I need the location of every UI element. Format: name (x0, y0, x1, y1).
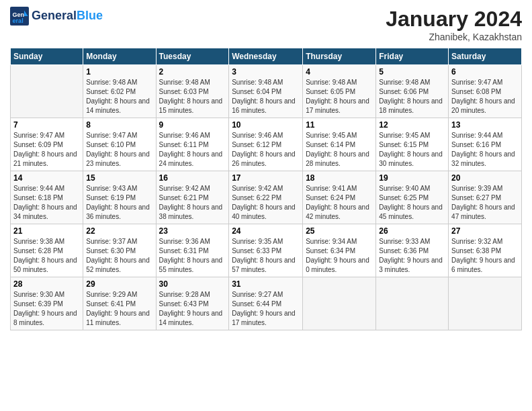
day-info: Sunrise: 9:48 AMSunset: 6:04 PMDaylight:… (232, 78, 300, 116)
calendar-cell: 6Sunrise: 9:47 AMSunset: 6:08 PMDaylight… (449, 65, 522, 118)
day-info: Sunrise: 9:47 AMSunset: 6:09 PMDaylight:… (13, 131, 80, 169)
calendar-cell: 1Sunrise: 9:48 AMSunset: 6:02 PMDaylight… (83, 65, 156, 118)
calendar-cell: 5Sunrise: 9:48 AMSunset: 6:06 PMDaylight… (376, 65, 449, 118)
logo-blue: Blue (77, 9, 103, 22)
calendar-cell: 28Sunrise: 9:30 AMSunset: 6:39 PMDayligh… (11, 277, 83, 330)
day-info: Sunrise: 9:35 AMSunset: 6:33 PMDaylight:… (232, 237, 300, 275)
calendar-cell (376, 277, 449, 330)
calendar-week-4: 28Sunrise: 9:30 AMSunset: 6:39 PMDayligh… (11, 277, 522, 330)
calendar-cell: 8Sunrise: 9:47 AMSunset: 6:10 PMDaylight… (83, 118, 156, 171)
day-info: Sunrise: 9:29 AMSunset: 6:41 PMDaylight:… (86, 290, 152, 328)
calendar-cell: 15Sunrise: 9:43 AMSunset: 6:19 PMDayligh… (83, 171, 156, 224)
day-number: 3 (232, 67, 300, 77)
day-info: Sunrise: 9:44 AMSunset: 6:18 PMDaylight:… (13, 184, 80, 222)
calendar-cell: 17Sunrise: 9:42 AMSunset: 6:22 PMDayligh… (229, 171, 303, 224)
day-info: Sunrise: 9:33 AMSunset: 6:36 PMDaylight:… (379, 237, 445, 275)
calendar-cell: 2Sunrise: 9:48 AMSunset: 6:03 PMDaylight… (156, 65, 229, 118)
calendar-cell: 31Sunrise: 9:27 AMSunset: 6:44 PMDayligh… (229, 277, 303, 330)
header-monday: Monday (83, 48, 156, 65)
day-number: 29 (86, 279, 152, 289)
calendar-cell: 11Sunrise: 9:45 AMSunset: 6:14 PMDayligh… (303, 118, 376, 171)
calendar-week-1: 7Sunrise: 9:47 AMSunset: 6:09 PMDaylight… (11, 118, 522, 171)
month-year: January 2024 (386, 7, 522, 32)
day-info: Sunrise: 9:32 AMSunset: 6:38 PMDaylight:… (451, 237, 519, 275)
day-number: 30 (159, 279, 226, 289)
day-info: Sunrise: 9:28 AMSunset: 6:43 PMDaylight:… (159, 290, 226, 328)
day-info: Sunrise: 9:48 AMSunset: 6:05 PMDaylight:… (306, 78, 373, 116)
day-number: 7 (13, 120, 80, 130)
day-number: 26 (379, 226, 445, 236)
day-number: 28 (13, 279, 80, 289)
day-info: Sunrise: 9:42 AMSunset: 6:21 PMDaylight:… (159, 184, 226, 222)
day-number: 13 (451, 120, 519, 130)
calendar-body: 1Sunrise: 9:48 AMSunset: 6:02 PMDaylight… (11, 65, 522, 330)
day-number: 24 (232, 226, 300, 236)
day-number: 21 (13, 226, 80, 236)
logo: Gen eral GeneralBlue (10, 7, 103, 26)
day-number: 11 (306, 120, 373, 130)
calendar-cell: 4Sunrise: 9:48 AMSunset: 6:05 PMDaylight… (303, 65, 376, 118)
header-sunday: Sunday (11, 48, 83, 65)
day-info: Sunrise: 9:34 AMSunset: 6:34 PMDaylight:… (306, 237, 373, 275)
header-tuesday: Tuesday (156, 48, 229, 65)
day-number: 16 (159, 173, 226, 183)
day-info: Sunrise: 9:48 AMSunset: 6:06 PMDaylight:… (379, 78, 445, 116)
calendar-cell: 30Sunrise: 9:28 AMSunset: 6:43 PMDayligh… (156, 277, 229, 330)
day-info: Sunrise: 9:46 AMSunset: 6:11 PMDaylight:… (159, 131, 226, 169)
day-info: Sunrise: 9:38 AMSunset: 6:28 PMDaylight:… (13, 237, 80, 275)
calendar-cell: 16Sunrise: 9:42 AMSunset: 6:21 PMDayligh… (156, 171, 229, 224)
header-thursday: Thursday (303, 48, 376, 65)
header-saturday: Saturday (449, 48, 522, 65)
page-header: Gen eral GeneralBlue January 2024 Zhanib… (10, 7, 522, 42)
day-number: 12 (379, 120, 445, 130)
calendar-header-row: Sunday Monday Tuesday Wednesday Thursday… (11, 48, 522, 65)
calendar-cell (449, 277, 522, 330)
day-number: 17 (232, 173, 300, 183)
day-number: 20 (451, 173, 519, 183)
day-number: 25 (306, 226, 373, 236)
day-info: Sunrise: 9:48 AMSunset: 6:03 PMDaylight:… (159, 78, 226, 116)
calendar-cell: 24Sunrise: 9:35 AMSunset: 6:33 PMDayligh… (229, 224, 303, 277)
day-number: 6 (451, 67, 519, 77)
day-number: 15 (86, 173, 152, 183)
calendar-cell: 18Sunrise: 9:41 AMSunset: 6:24 PMDayligh… (303, 171, 376, 224)
day-number: 10 (232, 120, 300, 130)
day-number: 9 (159, 120, 226, 130)
day-number: 22 (86, 226, 152, 236)
day-info: Sunrise: 9:37 AMSunset: 6:30 PMDaylight:… (86, 237, 152, 275)
day-info: Sunrise: 9:27 AMSunset: 6:44 PMDaylight:… (232, 290, 300, 328)
day-info: Sunrise: 9:48 AMSunset: 6:02 PMDaylight:… (86, 78, 152, 116)
day-info: Sunrise: 9:41 AMSunset: 6:24 PMDaylight:… (306, 184, 373, 222)
day-number: 1 (86, 67, 152, 77)
calendar-cell: 12Sunrise: 9:45 AMSunset: 6:15 PMDayligh… (376, 118, 449, 171)
day-info: Sunrise: 9:47 AMSunset: 6:08 PMDaylight:… (451, 78, 519, 116)
calendar-cell: 10Sunrise: 9:46 AMSunset: 6:12 PMDayligh… (229, 118, 303, 171)
calendar-cell (11, 65, 83, 118)
calendar-week-3: 21Sunrise: 9:38 AMSunset: 6:28 PMDayligh… (11, 224, 522, 277)
calendar-cell: 27Sunrise: 9:32 AMSunset: 6:38 PMDayligh… (449, 224, 522, 277)
day-number: 2 (159, 67, 226, 77)
day-number: 4 (306, 67, 373, 77)
logo-general: General (32, 9, 77, 22)
calendar-cell: 3Sunrise: 9:48 AMSunset: 6:04 PMDaylight… (229, 65, 303, 118)
day-info: Sunrise: 9:45 AMSunset: 6:15 PMDaylight:… (379, 131, 445, 169)
day-info: Sunrise: 9:40 AMSunset: 6:25 PMDaylight:… (379, 184, 445, 222)
calendar-cell: 13Sunrise: 9:44 AMSunset: 6:16 PMDayligh… (449, 118, 522, 171)
calendar-cell: 14Sunrise: 9:44 AMSunset: 6:18 PMDayligh… (11, 171, 83, 224)
day-info: Sunrise: 9:43 AMSunset: 6:19 PMDaylight:… (86, 184, 152, 222)
calendar-cell: 23Sunrise: 9:36 AMSunset: 6:31 PMDayligh… (156, 224, 229, 277)
calendar-cell: 9Sunrise: 9:46 AMSunset: 6:11 PMDaylight… (156, 118, 229, 171)
calendar-cell: 19Sunrise: 9:40 AMSunset: 6:25 PMDayligh… (376, 171, 449, 224)
calendar-table: Sunday Monday Tuesday Wednesday Thursday… (10, 48, 522, 330)
calendar-cell: 25Sunrise: 9:34 AMSunset: 6:34 PMDayligh… (303, 224, 376, 277)
page-container: Gen eral GeneralBlue January 2024 Zhanib… (0, 0, 532, 337)
location: Zhanibek, Kazakhstan (386, 32, 522, 42)
calendar-cell: 7Sunrise: 9:47 AMSunset: 6:09 PMDaylight… (11, 118, 83, 171)
day-number: 27 (451, 226, 519, 236)
calendar-cell: 20Sunrise: 9:39 AMSunset: 6:27 PMDayligh… (449, 171, 522, 224)
calendar-cell (303, 277, 376, 330)
day-number: 31 (232, 279, 300, 289)
calendar-cell: 21Sunrise: 9:38 AMSunset: 6:28 PMDayligh… (11, 224, 83, 277)
calendar-cell: 29Sunrise: 9:29 AMSunset: 6:41 PMDayligh… (83, 277, 156, 330)
calendar-cell: 22Sunrise: 9:37 AMSunset: 6:30 PMDayligh… (83, 224, 156, 277)
